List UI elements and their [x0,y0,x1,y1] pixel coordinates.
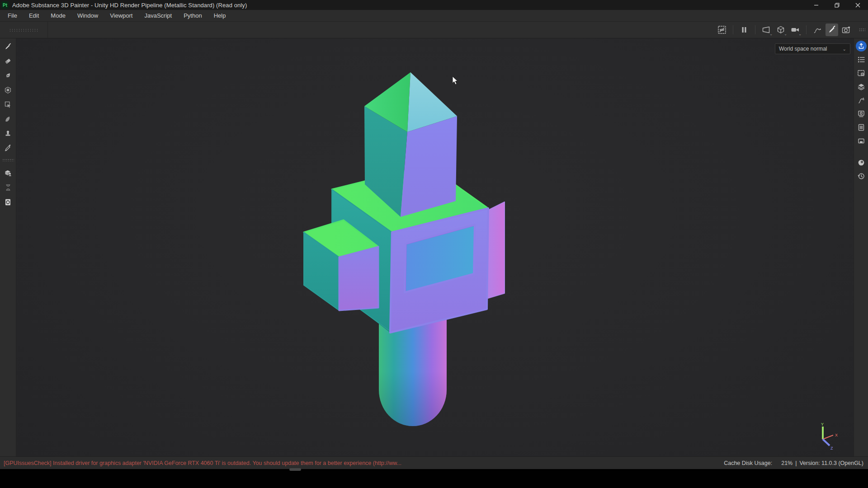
menu-help[interactable]: Help [208,10,232,21]
share-icon [856,41,867,52]
app-logo-icon: Pt [1,1,9,9]
toolbar-divider [806,25,807,34]
settings-panel-icon[interactable] [854,66,868,80]
hourglass-tool[interactable] [1,180,15,195]
version-info: Version: 11.0.3 (OpenGL) [799,460,863,466]
projection-pen-tool[interactable] [1,68,15,83]
layers-icon[interactable] [854,80,868,94]
status-bar: [GPUIssuesCheck] Installed driver for gr… [0,456,868,469]
eraser-tool[interactable] [1,54,15,68]
history-icon[interactable] [854,169,868,183]
window-title: Adobe Substance 3D Painter - Unity HD Re… [12,2,247,9]
brush-stroke-icon[interactable] [854,94,868,107]
menu-edit[interactable]: Edit [23,10,45,21]
gpu-warning-message: [GPUIssuesCheck] Installed driver for gr… [4,460,401,466]
chevron-down-icon: ⌄ [784,33,787,36]
view-mode-dropdown-icon[interactable]: ⌄ [774,23,787,36]
texture-file-tool[interactable] [1,195,15,209]
bottom-strip [0,469,868,488]
share-export-button[interactable] [854,39,868,53]
paint-brush-tool[interactable] [1,39,15,54]
shading-mode-dropdown[interactable]: World space normal ⌄ [775,43,850,54]
hide-ui-icon[interactable] [716,23,728,36]
chevron-down-icon: ⌄ [798,33,802,36]
tool-group-divider [2,159,14,161]
chevron-down-icon: ⌄ [843,47,846,52]
chevron-down-icon: ⌄ [769,33,773,36]
left-tool-sidebar [0,38,16,456]
camera-projection-dropdown-icon[interactable]: ⌄ [760,23,773,36]
particles-mode-icon[interactable] [811,23,824,36]
axis-z-label: Z [830,446,833,450]
title-bar: Pt Adobe Substance 3D Painter - Unity HD… [0,0,868,10]
status-info: Cache Disk Usage: 21% | Version: 11.0.3 … [724,460,863,466]
menu-mode[interactable]: Mode [45,10,71,21]
toolbar-right-grip[interactable] [859,28,865,32]
toolbar-separator [47,22,48,38]
cache-usage-value: 21% [781,460,793,466]
menu-viewport[interactable]: Viewport [104,10,138,21]
menu-window[interactable]: Window [71,10,104,21]
pause-engine-icon[interactable] [738,23,750,36]
axis-x-label: X [835,433,838,437]
paint-mode-icon[interactable] [826,23,838,36]
toolbar-divider [733,25,733,34]
smudge-tool[interactable] [1,112,15,126]
shading-mode-label: World space normal [779,46,843,52]
toolbar-right-cluster: ⌄ ⌄ ⌄ [716,23,868,36]
minimize-button[interactable] [806,0,826,10]
log-panel-drag-handle[interactable] [289,468,301,471]
axis-gizmo[interactable]: Y X Z [813,422,841,450]
polygon-fill-tool[interactable] [1,83,15,97]
viewport-3d[interactable]: World space normal ⌄ Y X Z [16,38,854,456]
toolbar-drag-grip[interactable] [9,28,38,32]
app-window: Pt Adobe Substance 3D Painter - Unity HD… [0,0,868,488]
main-area: World space normal ⌄ Y X Z [0,38,868,456]
model-3d [16,38,853,456]
right-dock-sidebar [854,38,868,456]
shelf-icon[interactable] [854,134,868,148]
display-settings-icon[interactable] [854,107,868,121]
top-toolbar: ⌄ ⌄ ⌄ [0,22,868,38]
properties-icon[interactable] [854,121,868,134]
screenshot-icon[interactable] [840,23,853,36]
camera-dropdown-icon[interactable]: ⌄ [789,23,802,36]
axis-y-label: Y [821,422,824,427]
texture-set-list-icon[interactable] [854,53,868,66]
selection-tool[interactable] [1,97,15,112]
menu-javascript[interactable]: JavaScript [138,10,178,21]
status-separator: | [795,460,797,466]
geometry-figure-tool[interactable] [1,166,15,180]
close-button[interactable] [847,0,868,10]
restore-button[interactable] [826,0,847,10]
cache-usage-label: Cache Disk Usage: [724,460,772,466]
menu-file[interactable]: File [2,10,23,21]
material-picker-tool[interactable] [1,141,15,155]
mouse-cursor [452,76,460,85]
toolbar-divider [755,25,755,34]
window-controls [806,0,868,10]
viewer-settings-icon[interactable] [854,156,868,169]
clone-stamp-tool[interactable] [1,126,15,141]
menu-python[interactable]: Python [178,10,208,21]
menu-bar: File Edit Mode Window Viewport JavaScrip… [0,10,868,22]
